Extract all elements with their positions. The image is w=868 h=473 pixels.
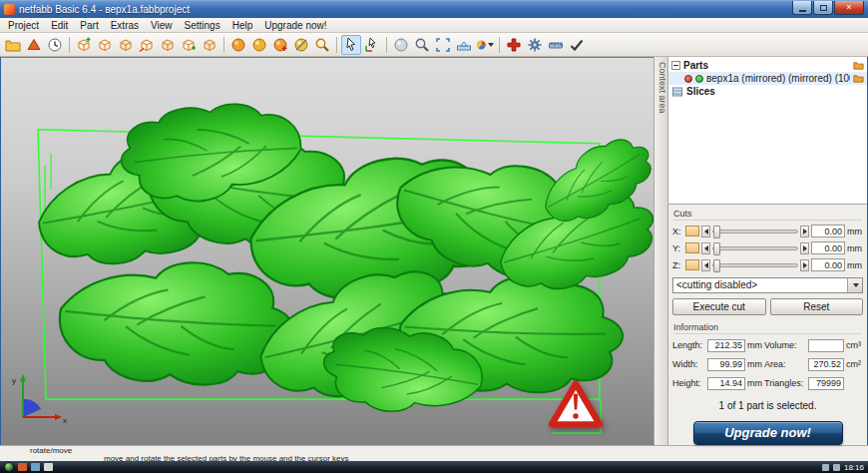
cut-y-swatch[interactable]: [685, 242, 699, 253]
cut-y-value[interactable]: 0.00: [811, 241, 845, 254]
upgrade-now-button[interactable]: Upgrade now!: [693, 421, 843, 445]
tree-row-part-item[interactable]: вepx1a (mirrored) (mirrored) (100%): [668, 72, 867, 85]
tray-icon[interactable]: [822, 464, 829, 471]
slider-left-arrow[interactable]: [701, 242, 710, 254]
close-icon: ×: [846, 3, 851, 12]
slices-icon: [671, 86, 683, 98]
slider-right-arrow[interactable]: [800, 226, 809, 237]
slider-left-arrow[interactable]: [701, 226, 710, 237]
platform-view-icon[interactable]: [454, 35, 474, 55]
toolbar-separator: [336, 37, 337, 53]
title-bar[interactable]: netfabb Basic 6.4 - вepx1a.fabbproject ×: [0, 0, 868, 18]
menu-project[interactable]: Project: [2, 19, 45, 32]
open-folder-icon[interactable]: [853, 73, 864, 84]
fit-view-icon[interactable]: [433, 35, 453, 55]
menu-view[interactable]: View: [145, 19, 179, 32]
cut-x-swatch[interactable]: [685, 226, 699, 236]
recent-files-icon[interactable]: [45, 35, 65, 55]
slider-right-arrow[interactable]: [800, 242, 809, 254]
execute-cut-button[interactable]: Execute cut: [672, 298, 766, 315]
status-bar: rotate/move move and rotate the selected…: [0, 445, 868, 461]
tree-row-parts[interactable]: Parts: [668, 59, 867, 72]
cutting-mode-value: <cutting disabled>: [676, 279, 757, 290]
slider-track[interactable]: [712, 230, 798, 234]
volume-label: Volume:: [764, 340, 806, 350]
cutting-mode-select[interactable]: <cutting disabled>: [672, 277, 863, 293]
taskbar-app-icon[interactable]: [44, 463, 53, 471]
repair-sphere-icon[interactable]: [291, 35, 311, 55]
select-cursor-icon[interactable]: [341, 35, 361, 55]
repair-sphere-icon[interactable]: [228, 35, 248, 55]
cut-y-label: Y:: [672, 243, 683, 253]
menu-settings[interactable]: Settings: [179, 19, 226, 32]
tree-row-slices[interactable]: Slices: [668, 85, 867, 98]
axis-x-label: x: [63, 416, 67, 425]
cut-z-swatch[interactable]: [685, 259, 699, 270]
cut-x-slider[interactable]: [701, 226, 809, 237]
slider-track[interactable]: [712, 246, 798, 250]
part-box-icon[interactable]: [116, 35, 136, 55]
toolbar-separator: [223, 37, 224, 53]
cuts-header: Cuts: [673, 209, 862, 221]
close-button[interactable]: ×: [834, 1, 864, 15]
zoom-magnifier-icon[interactable]: [312, 35, 332, 55]
menu-edit[interactable]: Edit: [45, 19, 74, 32]
menu-bar: Project Edit Part Extras View Settings H…: [0, 18, 868, 33]
new-project-icon[interactable]: [3, 35, 23, 55]
collapse-icon[interactable]: [671, 61, 680, 70]
slider-thumb[interactable]: [713, 259, 720, 272]
part-box-icon[interactable]: [95, 35, 115, 55]
info-row-width-area: Width: 99.99 mm Area: 270.52 cm²: [672, 358, 863, 371]
open-project-icon[interactable]: [24, 35, 44, 55]
toolbar-separator: [69, 37, 70, 53]
chevron-down-icon: [853, 283, 859, 287]
menu-part[interactable]: Part: [74, 19, 104, 32]
area-value: 270.52: [808, 358, 844, 371]
3d-viewport[interactable]: y x: [0, 57, 653, 445]
shaded-view-icon[interactable]: [391, 35, 411, 55]
screen: netfabb Basic 6.4 - вepx1a.fabbproject ×…: [0, 0, 868, 473]
open-folder-icon[interactable]: [853, 60, 864, 71]
color-view-icon[interactable]: [475, 35, 495, 55]
reset-button[interactable]: Reset: [770, 298, 864, 315]
slider-right-arrow[interactable]: [800, 259, 809, 271]
part-box-icon[interactable]: [158, 35, 178, 55]
tray-icon[interactable]: [833, 464, 840, 471]
cut-y-slider[interactable]: [701, 242, 809, 254]
repair-sphere-icon[interactable]: [270, 35, 290, 55]
taskbar-app-icon[interactable]: [18, 463, 27, 471]
part-box-icon[interactable]: [137, 35, 157, 55]
dropdown-button[interactable]: [847, 278, 862, 292]
menu-upgrade-now[interactable]: Upgrade now!: [258, 19, 332, 32]
part-box-icon[interactable]: [179, 35, 199, 55]
cut-z-slider[interactable]: [701, 259, 809, 271]
add-part-box-icon[interactable]: [74, 35, 94, 55]
slider-thumb[interactable]: [713, 242, 720, 255]
settings-gear-icon[interactable]: [525, 35, 545, 55]
move-rotate-tool-icon[interactable]: [362, 35, 382, 55]
volume-value: [808, 339, 844, 352]
context-area-strip[interactable]: Context area: [653, 57, 668, 445]
slider-left-arrow[interactable]: [701, 259, 710, 271]
menu-help[interactable]: Help: [226, 19, 259, 32]
menu-extras[interactable]: Extras: [105, 19, 145, 32]
status-hint-text: move and rotate the selected parts by th…: [0, 454, 868, 461]
slider-track[interactable]: [712, 263, 798, 267]
start-button[interactable]: [4, 462, 14, 472]
apply-check-icon[interactable]: [567, 35, 587, 55]
slider-thumb[interactable]: [713, 226, 720, 238]
cut-x-value[interactable]: 0.00: [811, 225, 845, 237]
zoom-view-icon[interactable]: [412, 35, 432, 55]
context-area-label: Context area: [657, 62, 667, 114]
minimize-icon: [799, 10, 806, 12]
part-box-icon[interactable]: [200, 35, 219, 55]
length-label: Length:: [672, 340, 705, 350]
add-plus-icon[interactable]: [504, 35, 524, 55]
maximize-button[interactable]: [813, 1, 833, 15]
cut-z-value[interactable]: 0.00: [811, 258, 845, 271]
minimize-button[interactable]: [792, 1, 812, 15]
measure-tool-icon[interactable]: [546, 35, 566, 55]
taskbar-app-icon[interactable]: [31, 463, 40, 471]
repair-sphere-icon[interactable]: [249, 35, 269, 55]
height-label: Height:: [672, 378, 705, 388]
